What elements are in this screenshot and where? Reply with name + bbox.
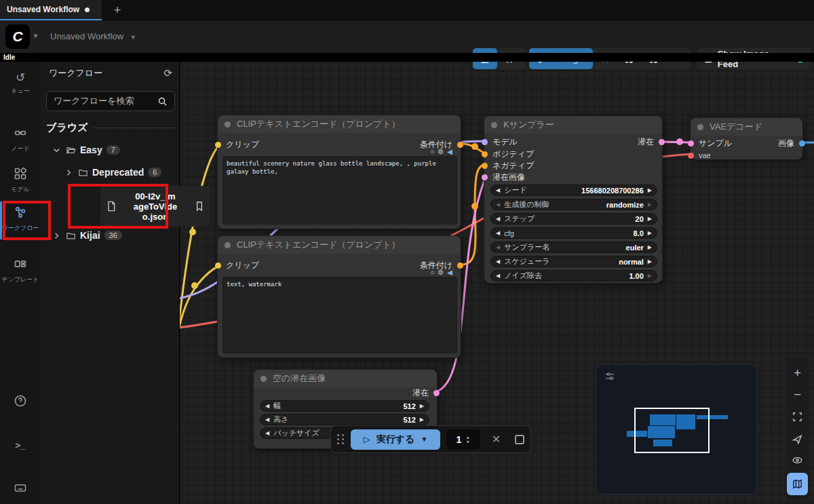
input-port-clip[interactable]: クリップ [215,261,259,269]
collapse-dot[interactable] [225,121,231,128]
circle-icon[interactable]: ○ [430,269,434,276]
decrement-arrow-icon[interactable]: ◀ [496,258,500,265]
zoom-out-button[interactable]: − [787,385,808,404]
input-port-samples[interactable]: サンプル [688,139,732,147]
widget-denoise[interactable]: ◀ ノイズ除去 1.00 ▶ [490,270,657,282]
comfyui-logo[interactable]: C [5,24,30,49]
workflow-name-menu[interactable]: Unsaved Workflow ▼︎ [50,31,136,41]
collapse-dot[interactable] [225,242,231,248]
minimap[interactable] [596,364,757,495]
input-port-positive[interactable]: ポジティブ [482,150,534,158]
increment-arrow-icon[interactable]: ▶ [648,216,652,222]
node-ksampler[interactable]: Kサンプラー モデル ポジティブ ネガティブ 潜在画像 潜在 ◀ シード 156… [484,115,663,284]
model-port-dot[interactable] [482,139,488,145]
node-header[interactable]: 空の潜在画像 [254,370,437,387]
output-port-latent[interactable]: 潜在 [638,138,665,146]
speaker-icon[interactable]: ◀︎ [447,269,452,276]
latent-port-dot[interactable] [659,139,665,145]
new-tab-button[interactable]: + [107,0,128,20]
chevron-right-icon[interactable] [52,231,62,241]
decrement-arrow-icon[interactable]: ◀ [265,430,269,436]
decrement-arrow-icon[interactable]: ◀ [496,201,500,208]
increment-arrow-icon[interactable]: ▶ [648,187,652,193]
help-button[interactable] [0,394,41,410]
shortcuts-button[interactable] [0,481,41,497]
input-port-negative[interactable]: ネガティブ [482,161,534,170]
widget-cfg[interactable]: ◀ cfg 8.0 ▶ [490,227,657,239]
sliders-icon[interactable] [604,371,615,382]
sidebar-item-workflows[interactable]: ワークフロー [0,206,41,233]
widget-seed[interactable]: ◀ シード 156680208700286 ▶ [490,185,657,196]
tree-folder-kijai[interactable]: Kijai 36 [52,230,122,241]
decrement-arrow-icon[interactable]: ◀ [496,244,500,250]
workflow-search-input[interactable]: ワークフローを検索 [46,91,175,111]
spinner-down-icon[interactable]: ▼︎ [465,440,470,444]
sidebar-item-nodes[interactable]: ノード [0,126,41,153]
zoom-in-button[interactable]: + [787,364,808,383]
input-port-clip[interactable]: クリップ [215,140,259,149]
minimap-viewport[interactable] [634,408,710,453]
collapse-dot[interactable] [697,124,703,130]
batch-count-stepper[interactable]: 1 ▲︎▼︎ [446,429,480,450]
drag-handle[interactable] [337,434,345,444]
sidebar-item-templates[interactable]: テンプレート [0,257,41,284]
refresh-icon[interactable]: ⟳ [163,67,172,79]
latent-port-dot[interactable] [433,390,440,396]
prompt-textarea[interactable]: text, watermark [222,277,457,353]
node-header[interactable]: CLIPテキストエンコード（プロンプト） [218,115,461,133]
bookmark-icon[interactable] [194,201,205,212]
conditioning-port-dot[interactable] [457,142,463,148]
decrement-arrow-icon[interactable]: ◀ [496,216,500,222]
widget-control-after-generate[interactable]: ◀ 生成後の制御 randomize ▶ [490,199,657,210]
output-port-image[interactable]: 画像 [778,139,805,147]
tree-file-image-to-video-json[interactable]: 00-l2v_Im ageToVide o.json [100,186,210,227]
speaker-icon[interactable]: ◀︎ [447,148,452,155]
increment-arrow-icon[interactable]: ▶ [648,201,652,208]
increment-arrow-icon[interactable]: ▶ [648,273,652,279]
toggle-links-button[interactable] [787,451,808,470]
collapse-dot[interactable] [260,376,267,382]
node-clip-text-encode-positive[interactable]: CLIPテキストエンコード（プロンプト） クリップ 条件付け ○ ⚙ ◀︎ be… [217,115,461,229]
select-mode-button[interactable] [787,429,808,448]
image-port-dot[interactable] [799,140,805,147]
increment-arrow-icon[interactable]: ▶ [420,416,424,423]
widget-scheduler[interactable]: ◀ スケジューラ normal ▶ [490,256,657,267]
clip-port-dot[interactable] [215,142,221,148]
node-header[interactable]: VAEデコード [691,118,802,136]
conditioning-port-dot[interactable] [482,151,488,157]
clear-queue-icon[interactable]: ✕ [492,433,501,446]
widget-width[interactable]: ◀ 幅 512 ▶ [260,400,429,412]
circle-icon[interactable]: ○ [430,148,434,155]
input-port-vae[interactable]: vae [688,151,711,159]
prompt-textarea[interactable]: beautiful scenery nature glass bottle la… [222,156,457,225]
decrement-arrow-icon[interactable]: ◀ [496,273,500,279]
workflow-tab[interactable]: Unsaved Workflow [0,0,102,20]
output-port-latent[interactable]: 潜在 [412,389,440,397]
conditioning-port-dot[interactable] [457,263,463,269]
node-clip-text-encode-negative[interactable]: CLIPテキストエンコード（プロンプト） クリップ 条件付け ○ ⚙ ◀︎ te… [217,235,461,358]
sidebar-item-queue[interactable]: ↺ キュー [0,71,41,96]
tree-folder-deprecated[interactable]: Deprecated 6 [64,167,161,178]
latent-port-dot[interactable] [688,140,694,147]
widget-steps[interactable]: ◀ ステップ 20 ▶ [490,213,657,225]
increment-arrow-icon[interactable]: ▶ [648,258,652,265]
minimap-toggle-button[interactable] [787,473,808,495]
decrement-arrow-icon[interactable]: ◀ [265,403,269,409]
node-header[interactable]: CLIPテキストエンコード（プロンプト） [218,236,461,254]
widget-sampler-name[interactable]: ◀ サンプラー名 euler ▶ [490,241,657,253]
node-header[interactable]: Kサンプラー [484,116,662,134]
chevron-right-icon[interactable] [64,168,74,178]
increment-arrow-icon[interactable]: ▶ [420,403,424,409]
chevron-down-icon[interactable] [52,145,62,155]
increment-arrow-icon[interactable]: ▶ [648,244,652,250]
spinner-up-icon[interactable]: ▲︎ [465,435,470,440]
decrement-arrow-icon[interactable]: ◀ [265,416,269,423]
decrement-arrow-icon[interactable]: ◀ [496,230,500,236]
vae-port-dot[interactable] [688,153,694,159]
terminal-button[interactable]: >_ [0,439,41,452]
input-port-model[interactable]: モデル [482,138,518,146]
collapse-dot[interactable] [491,122,497,128]
conditioning-port-dot[interactable] [482,163,488,169]
clip-port-dot[interactable] [215,263,221,269]
node-vae-decode[interactable]: VAEデコード サンプル vae 画像 [690,117,803,160]
